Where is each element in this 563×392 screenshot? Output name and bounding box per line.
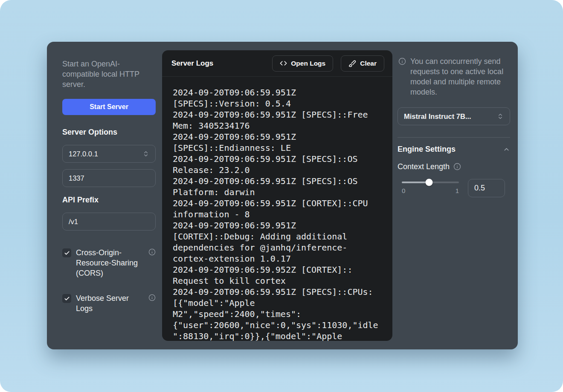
info-icon xyxy=(148,248,156,256)
cors-checkbox[interactable] xyxy=(62,248,71,257)
open-logs-button[interactable]: Open Logs xyxy=(272,55,333,72)
verbose-logs-checkbox[interactable] xyxy=(62,294,71,303)
api-prefix-value: /v1 xyxy=(69,218,149,226)
clear-logs-button[interactable]: Clear xyxy=(341,55,384,72)
chevron-up-icon xyxy=(503,146,510,153)
slider-fill xyxy=(402,182,429,183)
context-length-label: Context Length xyxy=(398,162,450,171)
log-line: 2024-09-20T09:06:59.951Z [SPECS]::CPUs: … xyxy=(173,286,379,341)
engine-settings-heading: Engine Settings xyxy=(398,145,456,154)
info-icon xyxy=(148,294,156,301)
cors-row: Cross-Origin-Resource-Sharing (CORS) xyxy=(62,248,156,278)
port-input-value: 1337 xyxy=(69,174,149,182)
server-logs-panel: Server Logs Open Logs Clear 2024-09-20T0… xyxy=(162,50,392,341)
context-length-control: 0 1 0.5 xyxy=(398,179,510,200)
concurrency-note: You can concurrently send requests to on… xyxy=(398,56,510,97)
host-select-value: 127.0.0.1 xyxy=(69,150,142,158)
context-length-row: Context Length xyxy=(398,162,510,171)
log-line: 2024-09-20T09:06:59.951Z [SPECS]::Versio… xyxy=(173,87,379,109)
slider-min-label: 0 xyxy=(402,187,405,194)
model-settings-column: You can concurrently send requests to on… xyxy=(398,56,510,200)
info-icon xyxy=(398,58,406,65)
log-line: 2024-09-20T09:06:59.951Z [CORTEX]::CPU i… xyxy=(173,198,379,220)
slider-range-labels: 0 1 xyxy=(402,187,459,194)
section-divider xyxy=(398,137,510,138)
context-length-slider[interactable] xyxy=(402,182,459,183)
server-logs-title: Server Logs xyxy=(171,59,213,68)
log-line: 2024-09-20T09:06:59.951Z [SPECS]::OS Rel… xyxy=(173,153,379,176)
server-description: Start an OpenAI-compatible local HTTP se… xyxy=(62,59,156,89)
start-server-button[interactable]: Start Server xyxy=(62,99,156,115)
desktop-background: Start an OpenAI-compatible local HTTP se… xyxy=(0,0,563,392)
log-line: 2024-09-20T09:06:59.951Z [SPECS]::Endian… xyxy=(173,131,379,153)
context-length-value: 0.5 xyxy=(474,184,485,193)
verbose-row: Verbose Server Logs xyxy=(62,293,156,314)
local-server-panel: Start an OpenAI-compatible local HTTP se… xyxy=(47,42,518,349)
cors-info-button[interactable] xyxy=(148,248,156,256)
log-viewport[interactable]: 2024-09-20T09:06:59.951Z [SPECS]::Versio… xyxy=(162,77,392,341)
server-options-heading: Server Options xyxy=(62,128,156,136)
slider-thumb[interactable] xyxy=(426,179,433,186)
paintbrush-icon xyxy=(348,60,356,67)
api-prefix-input[interactable]: /v1 xyxy=(62,213,156,231)
api-prefix-heading: API Prefix xyxy=(62,196,156,204)
chevrons-up-down-icon xyxy=(497,113,504,120)
log-line: 2024-09-20T09:06:59.951Z [SPECS]::Free M… xyxy=(173,109,379,131)
log-line: 2024-09-20T09:06:59.952Z [CORTEX]:: Requ… xyxy=(173,264,379,286)
engine-settings-toggle[interactable]: Engine Settings xyxy=(398,145,510,154)
server-logs-header: Server Logs Open Logs Clear xyxy=(162,50,392,77)
clear-logs-label: Clear xyxy=(360,60,377,67)
concurrency-note-text: You can concurrently send requests to on… xyxy=(410,56,510,97)
info-icon[interactable] xyxy=(453,163,461,170)
cors-label: Cross-Origin-Resource-Sharing (CORS) xyxy=(76,248,140,278)
log-lines: 2024-09-20T09:06:59.951Z [SPECS]::Versio… xyxy=(173,87,379,341)
verbose-logs-label: Verbose Server Logs xyxy=(76,293,140,314)
host-select[interactable]: 127.0.0.1 xyxy=(62,145,156,163)
screenshot-stage: Start an OpenAI-compatible local HTTP se… xyxy=(0,0,563,392)
check-icon xyxy=(64,250,70,256)
slider-max-label: 1 xyxy=(456,187,459,194)
open-logs-label: Open Logs xyxy=(291,60,325,67)
check-icon xyxy=(64,296,70,302)
code-icon xyxy=(280,60,287,67)
model-select[interactable]: Mistral Instruct 7B... xyxy=(398,107,510,125)
model-select-value: Mistral Instruct 7B... xyxy=(404,112,497,121)
port-input[interactable]: 1337 xyxy=(62,169,156,187)
server-settings-column: Start an OpenAI-compatible local HTTP se… xyxy=(62,59,156,314)
context-length-value-input[interactable]: 0.5 xyxy=(468,179,505,197)
log-line: 2024-09-20T09:06:59.951Z [SPECS]::OS Pla… xyxy=(173,176,379,198)
chevrons-up-down-icon xyxy=(142,150,149,157)
verbose-info-button[interactable] xyxy=(148,294,156,301)
log-line: 2024-09-20T09:06:59.951Z [CORTEX]::Debug… xyxy=(173,220,379,264)
